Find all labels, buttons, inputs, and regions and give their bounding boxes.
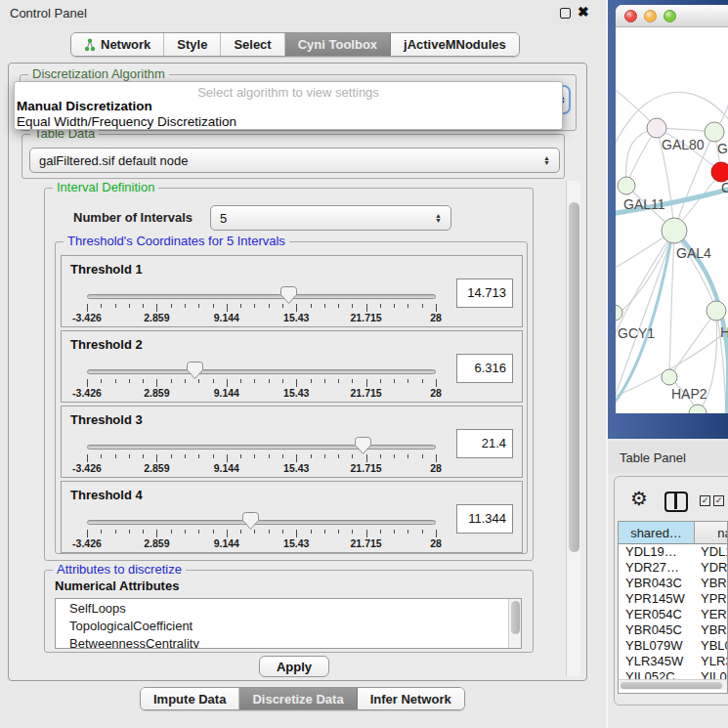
table-row[interactable]: YBL079WYBL0 [619,638,728,654]
table-data-combo[interactable]: galFiltered.sif default node ▲▼ [29,148,560,173]
table-hscrollbar-track[interactable] [619,679,727,690]
close-panel-icon[interactable]: ✖ [578,4,589,20]
minimize-window-button[interactable] [644,10,657,22]
attributes-scrollbar-track[interactable] [508,599,521,649]
threshold-slider-thumb[interactable] [280,286,297,304]
table-row[interactable]: YBR045CYBR0 [619,622,728,638]
table-row[interactable]: YER054CYER0 [619,607,728,622]
network-node[interactable] [711,162,728,182]
close-window-button[interactable] [624,10,637,22]
checkbox-icon[interactable]: ✓ [713,495,724,506]
network-canvas[interactable]: GAL80GACGAL11GAL4GCY1HHAP2 [616,27,728,413]
popup-item-manual-discretization[interactable]: Manual Discretization [17,99,152,113]
table-row[interactable]: YDL19…YDL1 [619,544,728,560]
cell-shared-name: YDL19… [619,544,695,560]
top-tab-strip: NetworkStyleSelectCyni ToolboxjActiveMNo… [70,32,520,57]
tab-jactivemnodules[interactable]: jActiveMNodules [391,33,519,56]
slider-tick [129,304,130,308]
threshold-value-field[interactable]: 21.4 [456,429,513,458]
tab-label: Style [177,37,207,52]
numerical-attributes-list[interactable]: SelfLoopsTopologicalCoefficientBetweenne… [55,598,522,649]
threshold-slider-track[interactable] [87,520,436,525]
table-row[interactable]: YBR043CYBR0 [619,576,728,591]
slider-tick [436,304,437,312]
tab-impute-data[interactable]: Impute Data [141,688,239,709]
slider-tick [366,304,367,312]
slider-tick-label: -3.426 [72,387,102,399]
split-columns-icon[interactable] [664,492,688,512]
slider-tick [407,454,408,458]
algorithm-dropdown-popup: Select algorithm to view settings Manual… [14,81,563,130]
checkbox-icon[interactable]: ✓ [700,495,710,506]
slider-tick [143,454,144,458]
attribute-item[interactable]: TopologicalCoefficient [56,617,521,634]
threshold-slider-track[interactable] [87,445,436,450]
slider-tick [156,304,157,312]
network-node[interactable] [662,218,687,243]
network-node-label: GAL4 [676,245,711,261]
slider-tick [380,454,381,458]
node-table: shared…name YDL19…YDL1YDR27…YDR2YBR043CY… [618,521,728,694]
threshold-slider-track[interactable] [87,294,436,299]
slider-tick-label: 15.43 [283,462,309,474]
slider-tick [254,454,255,458]
tab-label: Discretize Data [252,692,343,707]
threshold-value-field[interactable]: 6.316 [456,354,513,383]
threshold-slider-thumb[interactable] [242,512,259,530]
popup-item-equal-width-frequency-discretization[interactable]: Equal Width/Frequency Discretization [17,114,236,129]
attribute-item[interactable]: SelfLoops [56,599,521,617]
threshold-value-field[interactable]: 14.713 [456,278,513,308]
network-node[interactable] [618,177,635,194]
tab-cyni-toolbox[interactable]: Cyni Toolbox [285,33,391,56]
slider-tick-label: 28 [430,387,442,399]
threshold-value-field[interactable]: 11.344 [456,504,513,534]
slider-tick-label: 9.144 [214,387,239,399]
slider-tick [156,379,157,387]
slider-tick [143,530,144,534]
slider-tick [213,379,214,383]
slider-tick [269,454,270,458]
slider-tick [394,379,395,383]
network-node[interactable] [647,118,666,138]
tab-network[interactable]: Network [71,33,164,56]
threshold-slider-thumb[interactable] [355,437,371,454]
table-row[interactable]: YDR27…YDR2 [619,560,728,576]
slider-tick [240,304,241,308]
tab-discretize-data[interactable]: Discretize Data [239,688,357,709]
attributes-group-label: Attributes to discretize [53,562,186,577]
network-node[interactable] [707,301,726,321]
gear-icon[interactable]: ⚙ [630,487,648,510]
slider-tick-label: 9.144 [214,312,239,323]
column-header-2[interactable]: name [695,522,728,544]
numerical-attributes-heading: Numerical Attributes [55,578,179,593]
network-node[interactable] [705,122,724,142]
network-node[interactable] [662,369,677,385]
threshold-slider-track[interactable] [87,369,436,374]
slider-tick [156,454,157,462]
number-of-intervals-combo[interactable]: 5 ▲▼ [210,205,451,231]
slider-tick [282,454,283,458]
panel-scrollbar-thumb[interactable] [569,202,579,552]
slider-tick [185,454,186,458]
attribute-item[interactable]: BetweennessCentrality [56,634,521,649]
tab-select[interactable]: Select [221,33,284,56]
slider-tick [129,454,130,458]
network-view-window[interactable]: GAL80GACGAL11GAL4GCY1HHAP2 [616,5,728,413]
table-row[interactable]: YPR145WYPR1 [619,591,728,607]
attributes-scrollbar-thumb[interactable] [511,601,520,634]
slider-tick-label: -3.426 [72,312,102,323]
tab-style[interactable]: Style [164,33,221,56]
network-node[interactable] [616,305,622,321]
panel-scrollbar-track[interactable] [566,181,580,676]
apply-button[interactable]: Apply [259,656,329,677]
network-node[interactable] [689,405,707,413]
tab-infer-network[interactable]: Infer Network [358,688,464,709]
zoom-window-button[interactable] [664,10,676,22]
threshold-slider-thumb[interactable] [187,362,203,379]
slider-tick [254,304,255,308]
slider-tick [87,454,88,462]
table-hscrollbar-thumb[interactable] [621,682,722,689]
table-row[interactable]: YLR345WYLR3 [619,654,728,669]
float-window-icon[interactable] [560,8,571,19]
column-header-1[interactable]: shared… [619,522,695,544]
